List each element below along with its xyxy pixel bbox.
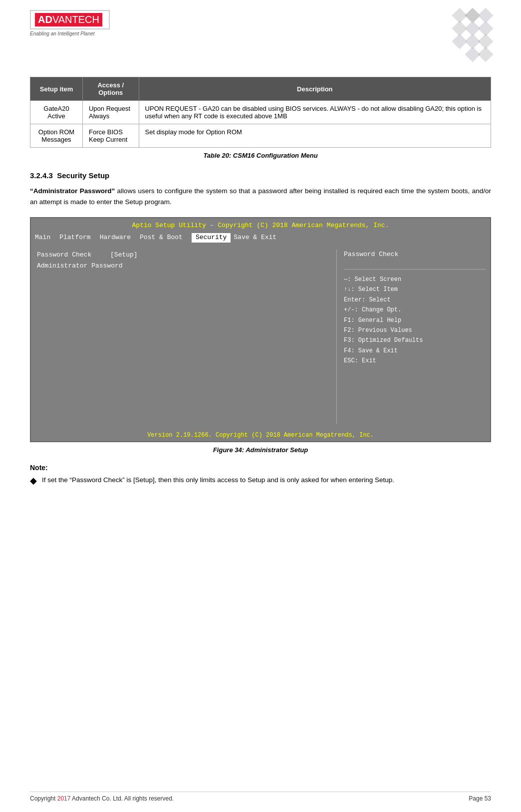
bios-nav-f2: F2: Previous Values <box>344 325 486 335</box>
bios-help-text: Password Check <box>344 250 486 260</box>
bios-menu-save-exit[interactable]: Save & Exit <box>234 233 282 242</box>
note-title: Note: <box>30 464 491 472</box>
page-wrapper: ADVANTECH Enabling an Intelligent Planet <box>0 0 521 812</box>
bios-nav-f3: F3: Optimized Defaults <box>344 335 486 345</box>
table-row: GateA20 Active Upon Request Always UPON … <box>30 101 491 124</box>
footer-copyright: Copyright 2017 Advantech Co. Ltd. All ri… <box>30 795 174 802</box>
bios-nav-f4: F4: Save & Exit <box>344 346 486 356</box>
bios-nav-change-opt: +/-: Change Opt. <box>344 305 486 315</box>
bios-menu-post-boot[interactable]: Post & Boot <box>140 233 189 242</box>
copyright-suffix: Advantech Co. Ltd. All rights reserved. <box>70 795 174 802</box>
bios-item-admin-password[interactable]: Administrator Password <box>35 261 331 271</box>
bios-label-admin-password: Administrator Password <box>37 262 123 271</box>
bios-right-divider <box>344 269 486 270</box>
bios-menu-security[interactable]: Security <box>192 233 231 242</box>
table-caption: Table 20: CSM16 Configuration Menu <box>30 152 491 159</box>
option-keep-current: Keep Current <box>89 136 127 143</box>
bios-titlebar: Aptio Setup Utility – Copyright (C) 2018… <box>31 218 490 232</box>
access-options-1: Upon Request Always <box>82 101 139 124</box>
bios-nav-select-item: ↑↓: Select Item <box>344 284 486 294</box>
bios-label-password-check: Password Check <box>37 251 91 260</box>
section-number: 3.2.4.3 <box>30 171 53 180</box>
table-row: Option ROMMessages Force BIOS Keep Curre… <box>30 124 491 148</box>
bios-nav-esc: ESC: Exit <box>344 356 486 366</box>
bios-nav: ↔: Select Screen ↑↓: Select Item Enter: … <box>344 274 486 366</box>
bios-menu-main[interactable]: Main <box>35 233 56 242</box>
note-section: Note: ◆ If set the “Password Check” is [… <box>30 464 491 488</box>
note-text: If set the “Password Check” is [Setup], … <box>42 475 394 486</box>
diamond-pattern <box>454 10 491 62</box>
body-text: “Administrator Password” allows users to… <box>30 186 491 207</box>
option-force-bios: Force BIOS <box>89 128 123 136</box>
bios-item-password-check[interactable]: Password Check [Setup] <box>35 250 331 261</box>
config-table: Setup item Access / Options Description … <box>30 77 491 148</box>
footer-page: Page 53 <box>469 795 491 802</box>
bios-body: Password Check [Setup] Administrator Pas… <box>31 245 490 429</box>
bios-menubar: Main Platform Hardware Post & Boot Secur… <box>31 232 490 244</box>
setup-item-1: GateA20 Active <box>30 101 83 124</box>
copyright-year: 2017 <box>57 795 71 802</box>
table-header-description: Description <box>139 77 491 101</box>
description-1: UPON REQUEST - GA20 can be disabled usin… <box>139 101 491 124</box>
logo-area: ADVANTECH Enabling an Intelligent Planet <box>30 10 110 36</box>
bios-left-panel: Password Check [Setup] Administrator Pas… <box>35 250 336 424</box>
figure-caption: Figure 34: Administrator Setup <box>30 446 491 454</box>
table-header-access: Access / Options <box>82 77 139 101</box>
description-2: Set display mode for Option ROM <box>139 124 491 148</box>
bios-menu-hardware[interactable]: Hardware <box>100 233 137 242</box>
copyright-prefix: Copyright <box>30 795 57 802</box>
access-options-2: Force BIOS Keep Current <box>82 124 139 148</box>
bios-value-password-check: [Setup] <box>110 251 138 259</box>
bios-nav-select-screen: ↔: Select Screen <box>344 274 486 284</box>
logo-antech: VANTECH <box>52 14 99 25</box>
setup-item-2: Option ROMMessages <box>30 124 83 148</box>
bios-right-panel: Password Check ↔: Select Screen ↑↓: Sele… <box>336 250 486 424</box>
bios-nav-enter-select: Enter: Select <box>344 295 486 305</box>
section-title: Security Setup <box>57 171 109 180</box>
bios-screenshot: Aptio Setup Utility – Copyright (C) 2018… <box>30 217 491 442</box>
option-upon-request: Upon Request <box>89 105 130 112</box>
section-heading: 3.2.4.3 Security Setup <box>30 171 491 180</box>
logo-adv: AD <box>38 14 52 25</box>
note-bullet-icon: ◆ <box>30 474 37 488</box>
bios-nav-f1: F1: General Help <box>344 315 486 325</box>
bios-footer: Version 2.19.1266. Copyright (C) 2018 Am… <box>31 429 490 442</box>
option-always: Always <box>89 112 109 120</box>
logo-tagline: Enabling an Intelligent Planet <box>30 31 110 36</box>
table-header-setup: Setup item <box>30 77 83 101</box>
diamond-d11 <box>478 46 493 62</box>
page-header: ADVANTECH Enabling an Intelligent Planet <box>30 10 491 62</box>
bios-menu-platform[interactable]: Platform <box>59 233 96 242</box>
page-footer: Copyright 2017 Advantech Co. Ltd. All ri… <box>30 792 491 802</box>
admin-password-bold: “Administrator Password” <box>30 187 115 195</box>
note-item: ◆ If set the “Password Check” is [Setup]… <box>30 475 491 488</box>
